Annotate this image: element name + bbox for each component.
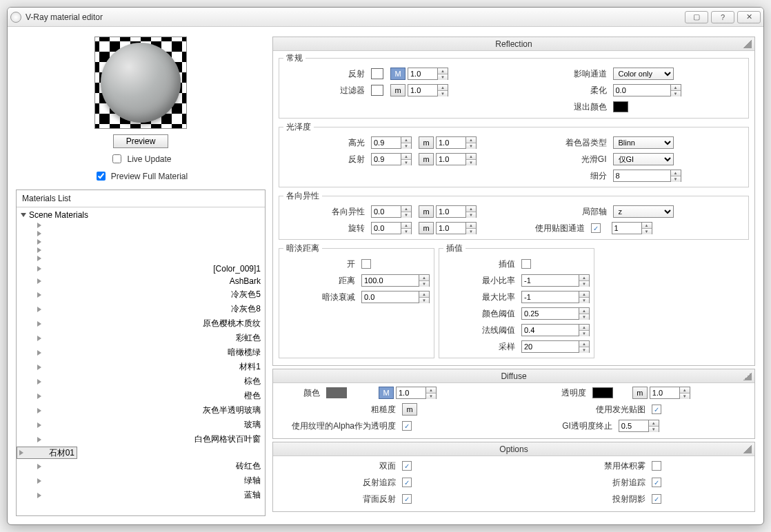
filter-color[interactable]: [371, 85, 383, 96]
tree-item[interactable]: [17, 238, 265, 246]
tree-item[interactable]: 冷灰色8: [17, 302, 265, 316]
close-button[interactable]: ✕: [737, 11, 761, 23]
options-header[interactable]: Options: [273, 442, 754, 456]
reflection-header[interactable]: Reflection: [273, 37, 754, 51]
window-title: V-Ray material editor: [26, 12, 682, 22]
titlebar: V-Ray material editor ▢ ? ✕: [8, 8, 763, 27]
tree-item[interactable]: 彩虹色: [17, 331, 265, 345]
usemap-checkbox[interactable]: ✓: [591, 223, 601, 233]
interp-checkbox[interactable]: [521, 259, 531, 269]
tree-item[interactable]: 石材01: [17, 447, 77, 459]
ds-checkbox[interactable]: ✓: [402, 461, 412, 471]
br-checkbox[interactable]: ✓: [402, 494, 412, 504]
rough-map-button[interactable]: m: [402, 403, 417, 416]
shader-select[interactable]: Blinn: [613, 136, 674, 149]
window: V-Ray material editor ▢ ? ✕ Preview Live…: [7, 7, 764, 525]
diffuse-color[interactable]: [326, 387, 347, 398]
tree-item[interactable]: 暗橄榄绿: [17, 345, 265, 360]
help-button[interactable]: ?: [711, 11, 734, 23]
diffuse-header[interactable]: Diffuse: [273, 369, 754, 383]
tree-item[interactable]: 橙色: [17, 389, 265, 403]
tree-item[interactable]: 砖红色: [17, 459, 265, 473]
dim-on-checkbox[interactable]: [361, 259, 371, 269]
cs-checkbox[interactable]: ✓: [652, 494, 661, 504]
tree-item[interactable]: [17, 246, 265, 254]
tree-item[interactable]: [17, 221, 265, 229]
tree-item[interactable]: 玻璃: [17, 418, 265, 432]
materials-list[interactable]: Scene Materials [Color_009]1AshBark冷灰色5冷…: [17, 207, 265, 515]
tree-item[interactable]: 原色樱桃木质纹: [17, 316, 265, 331]
tree-item[interactable]: [17, 254, 265, 263]
tree-item[interactable]: 棕色: [17, 374, 265, 389]
preview-full-checkbox[interactable]: Preview Full Material: [94, 170, 188, 183]
preview-thumbnail: [94, 37, 187, 129]
reflection-section: Reflection 常规 反射M▲▼ 过滤器m▲▼ 影响通道Color onl…: [272, 37, 755, 366]
filter-amount[interactable]: [408, 84, 438, 96]
preview-button[interactable]: Preview: [113, 134, 169, 148]
alpha-checkbox[interactable]: ✓: [402, 421, 412, 431]
axis-select[interactable]: z: [613, 205, 674, 218]
tree-item[interactable]: 灰色半透明玻璃: [17, 403, 265, 418]
vf-checkbox[interactable]: [652, 461, 661, 471]
materials-list-title: Materials List: [17, 190, 265, 207]
live-update-checkbox[interactable]: Live Update: [110, 152, 171, 165]
tree-item[interactable]: 材料1: [17, 360, 265, 374]
filter-map-button[interactable]: m: [390, 84, 405, 96]
hilight-map-button[interactable]: m: [419, 136, 434, 149]
tree-root[interactable]: Scene Materials: [17, 209, 265, 221]
min-button[interactable]: ▢: [685, 11, 708, 23]
reflect-map-button[interactable]: M: [390, 68, 405, 80]
tree-item[interactable]: 蓝轴: [17, 488, 265, 502]
tree-item[interactable]: [17, 229, 265, 238]
soften-input[interactable]: [613, 84, 671, 96]
gi-select[interactable]: 仅GI: [613, 153, 674, 165]
app-icon: [10, 12, 21, 23]
reflect-color[interactable]: [371, 68, 383, 79]
exit-color[interactable]: [613, 101, 628, 112]
affect-channel-select[interactable]: Color only: [613, 68, 674, 80]
tree-item[interactable]: [Color_009]1: [17, 263, 265, 275]
refl-gloss-input[interactable]: [371, 153, 401, 165]
tree-item[interactable]: AshBark: [17, 275, 265, 287]
tree-item[interactable]: 绿轴: [17, 473, 265, 488]
rt-checkbox[interactable]: ✓: [402, 478, 412, 487]
subdiv-input[interactable]: [613, 170, 671, 182]
emap-checkbox[interactable]: ✓: [652, 405, 661, 414]
materials-list-panel: Materials List Scene Materials [Color_00…: [16, 190, 266, 516]
reflect-amount[interactable]: [408, 68, 438, 80]
diffuse-section: Diffuse 颜色M▲▼ 粗糙度m 使用纹理的Alpha作为透明度✓ 透明度m…: [272, 369, 755, 439]
diffuse-map-button[interactable]: M: [379, 387, 394, 399]
tree-item[interactable]: 冷灰色5: [17, 287, 265, 302]
opac-color[interactable]: [592, 387, 613, 398]
tree-item[interactable]: 白色网格状百叶窗: [17, 432, 265, 447]
options-section: Options 双面✓ 反射追踪✓ 背面反射✓ 禁用体积雾 折射追踪✓ 投射阴影…: [272, 442, 755, 512]
rft-checkbox[interactable]: ✓: [652, 478, 661, 487]
hilight-input[interactable]: [371, 136, 401, 149]
